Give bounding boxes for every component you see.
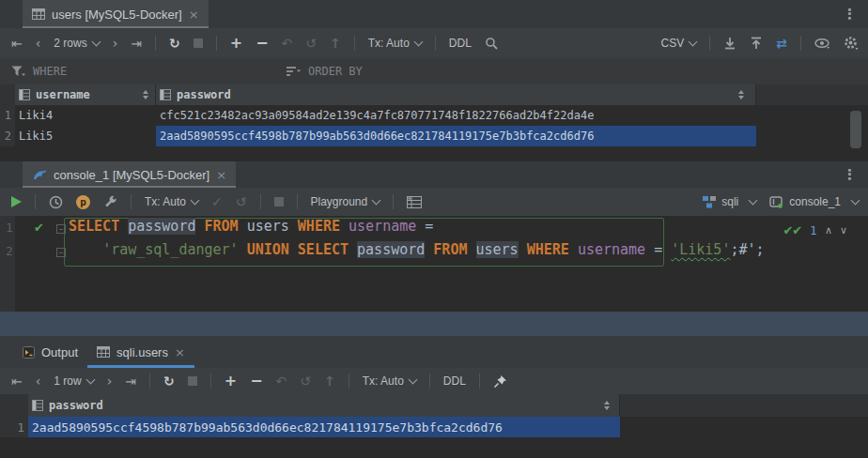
tx-mode-dropdown[interactable]: Tx: Auto xyxy=(363,374,416,388)
compare-sync-icon[interactable]: ⇄ xyxy=(776,37,787,50)
run-query-button[interactable] xyxy=(11,196,22,207)
filter-funnel-icon xyxy=(11,66,25,77)
settings-gear-icon[interactable] xyxy=(844,36,859,51)
submit-icon[interactable]: ↑ xyxy=(324,374,335,388)
divider xyxy=(35,194,36,209)
vertical-scrollbar[interactable] xyxy=(850,111,861,148)
reload-icon[interactable]: ↻ xyxy=(163,374,175,388)
column-icon xyxy=(160,89,171,100)
submit-icon[interactable]: ↑ xyxy=(330,37,341,50)
commit-icon[interactable]: ✓ xyxy=(211,195,223,208)
prev-page-button[interactable]: ‹ xyxy=(36,37,41,50)
ddl-button[interactable]: DDL xyxy=(443,374,466,388)
import-upload-icon[interactable] xyxy=(750,37,763,50)
cell-password-selected[interactable]: 2aad5890595ccf4598b787b99ab563d0d66ec821… xyxy=(28,417,620,437)
delete-row-button[interactable]: − xyxy=(250,374,262,389)
table-row: 1 2aad5890595ccf4598b787b99ab563d0d66ec8… xyxy=(0,417,868,437)
tx-mode-dropdown[interactable]: Tx: Auto xyxy=(368,37,422,50)
search-icon[interactable] xyxy=(485,37,499,51)
sort-toggle-icon[interactable] xyxy=(143,90,148,99)
divider xyxy=(155,36,156,51)
close-icon[interactable]: × xyxy=(189,8,199,21)
reload-icon[interactable]: ↻ xyxy=(169,37,180,50)
kebab-menu-icon[interactable]: ⋮ xyxy=(843,166,857,183)
revert-icon[interactable]: ↺ xyxy=(305,37,317,50)
sort-toggle-icon[interactable] xyxy=(604,401,610,410)
tab-result-grid[interactable]: sqli.users × xyxy=(87,336,194,368)
row-number: 1 xyxy=(0,417,28,437)
delete-row-button[interactable]: − xyxy=(256,36,268,51)
tab-users-grid[interactable]: users [MySQL5-Docker] × xyxy=(23,0,209,28)
table-icon xyxy=(97,346,110,358)
add-row-button[interactable]: + xyxy=(230,36,242,51)
next-page-button[interactable]: › xyxy=(107,374,113,388)
last-page-button[interactable]: ⇥ xyxy=(131,37,142,50)
result-view-icon[interactable] xyxy=(407,196,422,208)
divider xyxy=(149,374,150,389)
column-label: password xyxy=(49,399,103,412)
column-header-username[interactable]: username xyxy=(15,84,156,105)
header-filler xyxy=(620,394,868,417)
session-selector[interactable]: console_1 xyxy=(769,195,859,208)
playground-mode-dropdown[interactable]: Playground xyxy=(311,195,380,208)
last-page-button[interactable]: ⇥ xyxy=(125,374,136,388)
undo-icon[interactable]: ↶ xyxy=(282,37,293,50)
tab-output[interactable]: Output xyxy=(13,336,87,368)
inspection-widget[interactable]: ✔✔ 1 ∧ ∨ xyxy=(783,223,847,237)
ddl-button[interactable]: DDL xyxy=(449,37,472,50)
cell-password[interactable]: cfc521c23482ac93a09584ad2e139c4a7fc87077… xyxy=(156,105,756,126)
order-by-label: ORDER BY xyxy=(308,65,363,78)
first-page-button[interactable]: ⇤ xyxy=(11,37,23,50)
cell-password-selected[interactable]: 2aad5890595ccf4598b787b99ab563d0d66ec821… xyxy=(156,126,756,146)
parameters-icon[interactable]: p xyxy=(76,195,90,209)
rollback-icon[interactable]: ↺ xyxy=(236,195,247,208)
table-icon xyxy=(32,8,45,20)
cell-username[interactable]: Liki4 xyxy=(15,105,156,126)
page-size-dropdown[interactable]: 1 row xyxy=(54,374,93,388)
export-download-icon[interactable] xyxy=(723,37,736,50)
grid-header: username password xyxy=(0,84,868,105)
tab-console[interactable]: console_1 [MySQL5-Docker] × xyxy=(23,161,236,188)
export-format-dropdown[interactable]: CSV xyxy=(661,37,697,50)
column-header-password[interactable]: password xyxy=(156,84,756,105)
first-page-button[interactable]: ⇤ xyxy=(11,374,23,388)
sort-toggle-icon[interactable] xyxy=(738,90,744,99)
column-label: username xyxy=(36,88,90,101)
next-page-button[interactable]: › xyxy=(113,37,118,50)
cell-username[interactable]: Liki5 xyxy=(15,126,156,146)
close-icon[interactable]: × xyxy=(216,169,226,181)
add-row-button[interactable]: + xyxy=(225,374,237,389)
table-row: 1 Liki4 cfc521c23482ac93a09584ad2e139c4a… xyxy=(0,105,868,126)
code-line[interactable]: 'raw_sql_danger' UNION SELECT password F… xyxy=(69,241,765,265)
header-gutter xyxy=(0,84,15,105)
column-label: password xyxy=(177,88,231,101)
prev-issue-icon[interactable]: ∧ xyxy=(825,224,832,237)
tx-mode-dropdown[interactable]: Tx: Auto xyxy=(145,195,198,208)
next-issue-icon[interactable]: ∨ xyxy=(840,224,847,237)
kebab-menu-icon[interactable]: ⋮ xyxy=(843,6,857,23)
column-header-password[interactable]: password xyxy=(28,394,620,417)
row-number: 1 xyxy=(0,105,15,126)
statement-success-check-icon[interactable]: ✔ xyxy=(34,221,44,235)
close-icon[interactable]: × xyxy=(175,346,185,359)
splitter-band[interactable] xyxy=(0,312,868,336)
schema-selector[interactable]: sqli xyxy=(703,195,756,208)
history-clock-icon[interactable] xyxy=(49,195,63,209)
column-icon xyxy=(19,89,30,100)
sql-editor[interactable]: 1 2 ✔ SELECT password FROM users WHERE u… xyxy=(0,216,868,312)
divider xyxy=(260,194,261,209)
view-options-eye-icon[interactable] xyxy=(814,38,830,49)
where-filter-field[interactable]: WHERE xyxy=(0,65,286,78)
page-size-dropdown[interactable]: 2 rows xyxy=(54,37,99,50)
code-line[interactable]: SELECT password FROM users WHERE usernam… xyxy=(69,218,433,241)
pin-tab-icon[interactable] xyxy=(493,374,507,389)
prev-page-button[interactable]: ‹ xyxy=(36,374,41,388)
order-by-field[interactable]: ORDER BY xyxy=(287,65,363,78)
schema-icon xyxy=(703,196,716,208)
divider xyxy=(429,374,430,389)
undo-icon[interactable]: ↶ xyxy=(276,374,287,388)
revert-icon[interactable]: ↺ xyxy=(300,374,311,388)
console-toolbar: p Tx: Auto ✓ ↺ Playground sqli xyxy=(0,188,868,217)
column-icon xyxy=(32,400,43,411)
wrench-settings-icon[interactable] xyxy=(103,195,117,209)
